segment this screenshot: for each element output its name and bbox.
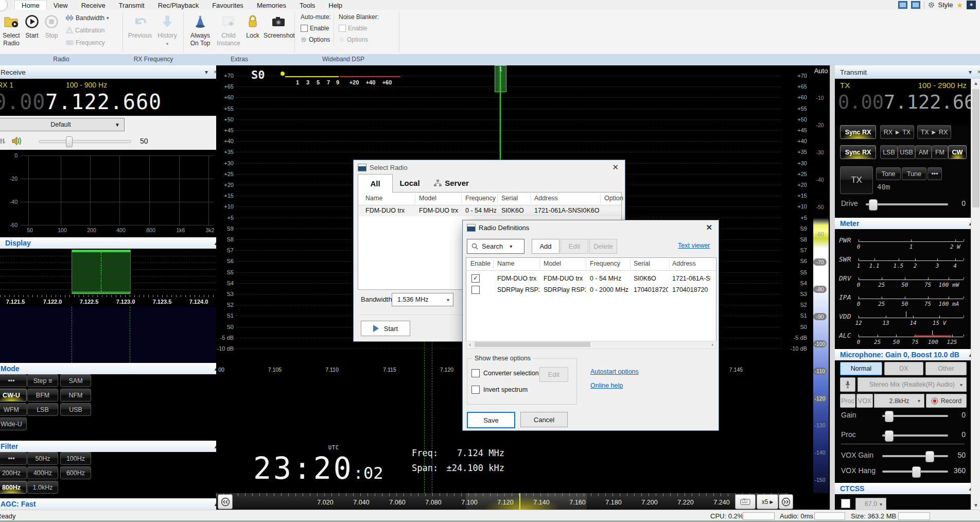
tab-local[interactable]: Local xyxy=(393,174,427,192)
mode-filter-button-[interactable]: ••• xyxy=(0,452,27,465)
slider-vox-hang[interactable] xyxy=(882,471,948,473)
zoom-x5-button[interactable]: x5▶ xyxy=(757,494,778,509)
scroll-up-icon[interactable]: ▲ xyxy=(971,79,980,88)
menu-item-rec/playback[interactable]: Rec/Playback xyxy=(151,0,205,10)
palette-auto-label[interactable]: Auto xyxy=(812,67,830,75)
rx-marker[interactable]: 1 xyxy=(495,65,506,92)
volume-slider-thumb[interactable] xyxy=(66,136,73,147)
column-header[interactable]: Model xyxy=(544,260,561,267)
text-viewer-link[interactable]: Text viewer xyxy=(678,242,710,249)
preset-dropdown[interactable]: Default▼ xyxy=(0,118,125,131)
column-header[interactable]: Address xyxy=(672,260,696,267)
sync-rx-button-2[interactable]: Sync RX xyxy=(840,145,876,159)
invert-spectrum-checkbox[interactable]: Invert spectrum xyxy=(471,386,528,394)
row-enable-checkbox[interactable]: ✓ xyxy=(471,274,480,283)
tx-button[interactable]: TX xyxy=(840,166,873,194)
tx-more-button[interactable]: ••• xyxy=(927,167,942,180)
mode-filter-button-NFM[interactable]: NFM xyxy=(60,389,91,402)
menu-item-favourites[interactable]: Favourites xyxy=(205,0,250,10)
rx-frequency-digits[interactable]: 0.007.122.660 xyxy=(0,90,162,114)
slider-thumb[interactable] xyxy=(869,199,878,211)
slider-drive[interactable] xyxy=(866,203,948,205)
meter-section-header[interactable]: Meter▴ xyxy=(835,218,976,229)
table-row[interactable]: ✓FDM-DUO trxFDM-DUO trx0 - 54 MHzSI0K6O1… xyxy=(466,273,716,284)
online-help-link[interactable]: Online help xyxy=(590,382,623,389)
ctcss-section-header[interactable]: CTCSS▴ xyxy=(835,483,976,494)
slider-vox-gain[interactable] xyxy=(882,455,948,457)
slider-thumb[interactable] xyxy=(925,451,934,462)
filter-section-header[interactable]: Filter▴ xyxy=(0,441,221,452)
column-header[interactable]: Name xyxy=(365,195,382,202)
tune-button[interactable]: Tune xyxy=(902,167,926,180)
converter-edit-button[interactable]: Edit xyxy=(539,367,568,382)
converter-selection-checkbox[interactable]: Converter selection xyxy=(471,369,539,377)
noise-enable-checkbox[interactable]: Enable xyxy=(339,23,367,33)
panel-close-icon[interactable]: × xyxy=(977,68,980,76)
table-row[interactable]: SDRPlay RSP2SDRPlay RSP20 - 2000 MHz1704… xyxy=(466,285,716,295)
mic-button[interactable] xyxy=(840,377,855,392)
column-header[interactable]: Serial xyxy=(634,260,650,267)
slider-thumb[interactable] xyxy=(885,411,894,422)
noise-options-button[interactable]: Options xyxy=(339,34,368,44)
corner-icon[interactable]: ✶ xyxy=(967,1,976,9)
mic-profile-dx[interactable]: DX xyxy=(884,362,923,375)
autostart-options-link[interactable]: Autostart options xyxy=(590,368,639,375)
mode-filter-button-WideU[interactable]: Wide-U xyxy=(0,417,27,430)
mode-filter-button-[interactable]: ••• xyxy=(0,374,27,387)
mode-filter-button-CWU[interactable]: CW-U xyxy=(0,389,27,402)
mode-filter-button-50Hz[interactable]: 50Hz xyxy=(27,452,58,465)
history-button[interactable]: History▾ xyxy=(154,11,180,55)
add-button[interactable]: Add xyxy=(532,239,559,254)
tx-frequency-digits[interactable]: 0.007.122.660 xyxy=(838,91,980,113)
mode-filter-button-600Hz[interactable]: 600Hz xyxy=(60,466,91,479)
panel-scrollbar[interactable]: ▲ ▼ xyxy=(971,79,980,510)
delete-button[interactable]: Delete xyxy=(589,239,617,254)
menu-item-transmit[interactable]: Transmit xyxy=(112,0,151,10)
horizontal-scrollbar[interactable]: ‹ › xyxy=(466,341,716,349)
table-row[interactable]: FDM-DUO trxFDM-DUO trx0 - 54 MHzSI0K6O17… xyxy=(359,205,621,216)
close-icon[interactable]: ✕ xyxy=(706,223,712,232)
ctcss-checkbox[interactable] xyxy=(841,499,850,508)
automute-enable-checkbox[interactable]: Enable xyxy=(301,23,329,33)
column-header[interactable]: Enable xyxy=(470,260,491,267)
screenshot-button[interactable]: Screenshot xyxy=(264,11,293,55)
rx-to-tx-button[interactable]: RX ► TX xyxy=(880,125,914,139)
slider-thumb[interactable] xyxy=(885,430,894,442)
dialog-titlebar[interactable]: Select Radio ✕ xyxy=(354,160,625,175)
cancel-button[interactable]: Cancel xyxy=(520,412,568,427)
mode-filter-button-SAM[interactable]: SAM xyxy=(60,374,91,387)
scroll-left-button[interactable] xyxy=(218,494,233,509)
tab-server[interactable]: Server xyxy=(428,174,475,192)
frequency-button[interactable]: Frequency xyxy=(66,38,105,47)
tx-mode-am[interactable]: AM xyxy=(915,145,932,159)
mic-profile-normal[interactable]: Normal xyxy=(840,362,882,375)
mode-filter-button-USB[interactable]: USB xyxy=(60,403,91,416)
tx-mode-cw[interactable]: CW xyxy=(948,145,967,159)
panel-collapse-icon[interactable]: ▾ xyxy=(205,68,208,76)
gear-icon[interactable] xyxy=(928,2,935,8)
mode-filter-button-10kHz[interactable]: 1.0kHz xyxy=(27,481,58,494)
always-on-top-button[interactable]: AlwaysOn Top xyxy=(187,11,213,55)
column-header[interactable]: Address xyxy=(534,195,558,202)
tx-mode-usb[interactable]: USB xyxy=(898,145,915,159)
mode-filter-button-Step[interactable]: Step ≡ xyxy=(27,374,58,387)
window-icon-2[interactable] xyxy=(911,1,920,9)
display-section-header[interactable]: Display▴ xyxy=(0,237,221,249)
tx-mode-fm[interactable]: FM xyxy=(932,145,948,159)
slider-thumb[interactable] xyxy=(912,466,921,478)
mode-filter-button-800Hz[interactable]: 800Hz xyxy=(0,481,27,494)
close-icon[interactable]: ✕ xyxy=(612,163,619,172)
automute-options-button[interactable]: Options xyxy=(301,34,330,44)
audio-device-dropdown[interactable]: Stereo Mix (Realtek(R) Audio)▾ xyxy=(857,377,967,392)
tx-mode-lsb[interactable]: LSB xyxy=(880,145,898,159)
column-header[interactable]: Model xyxy=(419,195,436,202)
menu-item-home[interactable]: Home xyxy=(14,0,47,10)
window-icon-1[interactable] xyxy=(898,1,907,9)
scroll-left-icon[interactable]: ‹ xyxy=(466,341,474,347)
definitions-table[interactable]: EnableNameModelFrequencySerialAddress ✓F… xyxy=(466,257,716,342)
menu-item-memories[interactable]: Memories xyxy=(250,0,293,10)
column-header[interactable]: Frequency xyxy=(590,260,620,267)
column-header[interactable]: Frequency xyxy=(465,195,496,202)
stop-button[interactable]: Stop xyxy=(42,11,61,55)
mode-filter-button-WFM[interactable]: WFM xyxy=(0,403,27,416)
